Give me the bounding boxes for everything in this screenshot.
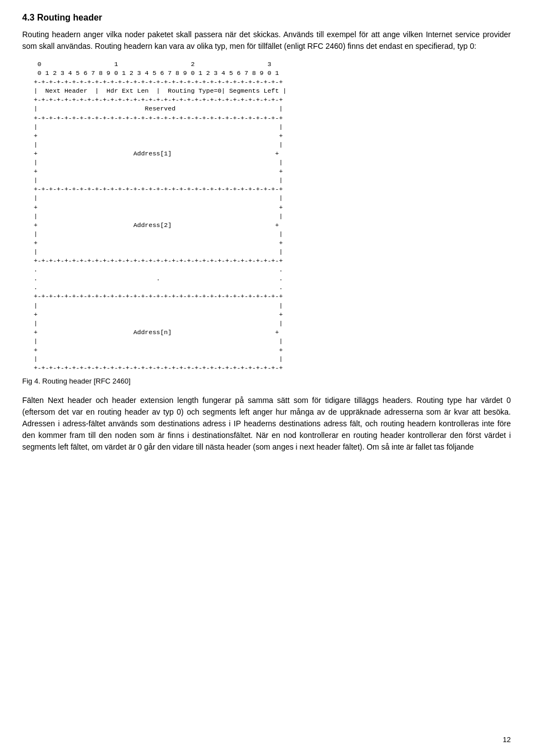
explanation-paragraph: Fälten Next header och header extension … xyxy=(22,395,511,453)
figure-caption: Fig 4. Routing header [RFC 2460] xyxy=(22,376,511,387)
intro-paragraph: Routing headern anger vilka noder pakete… xyxy=(22,29,511,52)
page-number: 12 xyxy=(503,734,511,745)
section-heading: 4.3 Routing header xyxy=(22,11,511,24)
packet-diagram: 0 1 2 3 0 1 2 3 4 5 6 7 8 9 0 1 2 3 4 5 … xyxy=(22,60,511,372)
